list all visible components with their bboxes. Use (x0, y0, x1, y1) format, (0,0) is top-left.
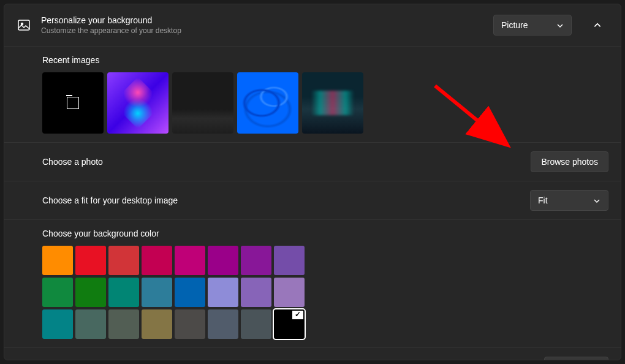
browse-photos-button[interactable]: Browse photos (531, 151, 608, 172)
color-swatch[interactable] (208, 309, 238, 339)
color-swatch[interactable] (274, 309, 305, 339)
color-swatch[interactable] (208, 246, 238, 275)
color-swatch[interactable] (42, 309, 73, 339)
recent-image-thumbnail[interactable] (237, 72, 298, 134)
color-swatch[interactable] (75, 278, 106, 307)
custom-colors-row: Custom colors View colors (4, 348, 621, 360)
color-swatch[interactable] (175, 246, 205, 275)
recent-images-list (42, 72, 608, 134)
view-colors-button[interactable]: View colors (544, 357, 608, 360)
color-swatch[interactable] (241, 278, 271, 307)
color-swatch[interactable] (274, 278, 305, 307)
image-icon (17, 18, 31, 32)
chevron-down-icon (593, 197, 600, 204)
choose-photo-row: Choose a photo Browse photos (4, 143, 621, 181)
recent-images-label: Recent images (42, 55, 608, 65)
color-swatch[interactable] (208, 278, 238, 307)
background-color-section: Choose your background color (4, 220, 621, 348)
color-swatch[interactable] (175, 278, 205, 307)
color-swatch[interactable] (108, 278, 139, 307)
recent-image-thumbnail[interactable] (302, 72, 363, 134)
svg-rect-0 (18, 20, 29, 30)
color-swatch[interactable] (175, 309, 205, 339)
background-title: Personalize your background (41, 15, 483, 25)
recent-images-section: Recent images (4, 47, 621, 143)
recent-image-thumbnail[interactable] (172, 72, 233, 134)
background-color-label: Choose your background color (42, 229, 608, 238)
color-swatch[interactable] (142, 278, 172, 307)
background-type-dropdown[interactable]: Picture (493, 15, 572, 36)
background-subtitle: Customize the appearance of your desktop (41, 26, 483, 35)
color-swatch[interactable] (75, 309, 106, 339)
background-type-value: Picture (501, 20, 528, 30)
recent-image-thumbnail[interactable] (107, 72, 169, 134)
collapse-button[interactable] (586, 14, 608, 36)
recent-image-thumbnail[interactable] (42, 72, 104, 134)
fit-dropdown[interactable]: Fit (530, 190, 608, 211)
color-swatch[interactable] (274, 246, 305, 275)
choose-fit-row: Choose a fit for your desktop image Fit (4, 181, 621, 220)
chevron-up-icon (593, 21, 602, 29)
color-swatch[interactable] (108, 309, 139, 339)
choose-fit-label: Choose a fit for your desktop image (42, 195, 530, 205)
color-swatch[interactable] (42, 246, 73, 275)
color-swatch[interactable] (42, 278, 73, 307)
color-swatch[interactable] (241, 309, 271, 339)
choose-photo-label: Choose a photo (42, 157, 531, 167)
chevron-down-icon (556, 21, 564, 29)
background-header: Personalize your background Customize th… (4, 4, 621, 47)
color-swatch[interactable] (142, 246, 172, 275)
color-swatch[interactable] (75, 246, 106, 275)
fit-value: Fit (538, 195, 548, 205)
color-swatch[interactable] (241, 246, 271, 275)
color-swatch[interactable] (108, 246, 139, 275)
color-swatch[interactable] (142, 309, 172, 339)
color-grid (42, 246, 336, 339)
